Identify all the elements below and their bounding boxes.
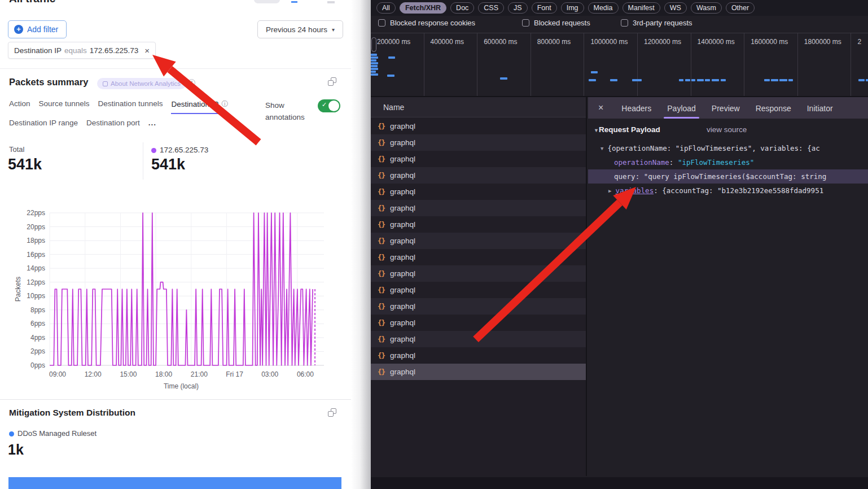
packets-timeseries-chart[interactable]: 0pps2pps4pps6pps8pps10pps12pps14pps16pps… (8, 204, 344, 393)
filter-pill-img[interactable]: Img (561, 2, 584, 14)
mitigation-value: 1k (8, 442, 24, 458)
request-time-mark (371, 65, 378, 67)
toggle-knob (328, 101, 339, 111)
request-name-label: graphql (390, 155, 415, 163)
collapse-triangle-icon: ▼ (594, 128, 599, 133)
request-row-graphql[interactable]: {}graphql (371, 200, 586, 216)
request-payload-header[interactable]: ▼Request Payload (594, 125, 660, 134)
request-row-graphql[interactable]: {}graphql (371, 167, 586, 184)
checkbox-blocked-requests[interactable] (522, 19, 529, 27)
request-name-label: graphql (390, 368, 415, 376)
payload-line[interactable]: query: "query ipFlowTimeseries($accountT… (588, 169, 868, 184)
json-fetch-icon: {} (378, 302, 385, 311)
request-row-graphql[interactable]: {}graphql (371, 282, 586, 298)
request-time-mark (779, 79, 787, 81)
about-badge-label: About Network Analytics (111, 80, 181, 87)
payload-line[interactable]: operationName: "ipFlowTimeseries" (588, 155, 868, 169)
request-row-graphql[interactable]: {}graphql (371, 216, 586, 233)
request-row-graphql[interactable]: {}graphql (371, 315, 586, 331)
filter-pill-css[interactable]: CSS (478, 2, 504, 14)
details-tab-preview[interactable]: Preview (704, 99, 748, 117)
name-column-header[interactable]: Name (371, 97, 586, 117)
tab-label: Destination port (86, 119, 140, 127)
request-time-mark (371, 68, 378, 70)
copy-panel-icon[interactable] (328, 408, 336, 417)
request-row-graphql[interactable]: {}graphql (371, 184, 586, 200)
request-name-label: graphql (390, 302, 415, 311)
filter-pill-font[interactable]: Font (532, 2, 557, 14)
tab-action[interactable]: Action (9, 99, 30, 112)
filter-pill-manifest[interactable]: Manifest (622, 2, 660, 14)
filter-pill-media[interactable]: Media (588, 2, 619, 14)
show-annotations-toggle[interactable]: ✓ (318, 99, 340, 112)
tab-more-options[interactable]: ... (148, 119, 156, 131)
filter-pill-js[interactable]: JS (508, 2, 528, 14)
payload-line[interactable]: ▼{operationName: "ipFlowTimeseries", var… (588, 141, 868, 155)
collapsed-triangle-icon[interactable]: ▶ (608, 188, 611, 194)
filter-pill-fetchxhr[interactable]: Fetch/XHR (400, 2, 446, 14)
request-time-mark (371, 54, 377, 56)
details-tab-label: Headers (621, 104, 651, 113)
request-row-graphql[interactable]: {}graphql (371, 249, 586, 265)
checkbox-item-2: 3rd-party requests (621, 19, 692, 27)
remove-filter-icon[interactable]: × (144, 46, 150, 55)
history-clock-icon[interactable] (188, 79, 195, 86)
tab-destination-ip[interactable]: Destination IPⓘ (171, 99, 228, 114)
filter-pill-other[interactable]: Other (726, 2, 755, 14)
page-title: All traffic (9, 0, 55, 5)
timeline-drag-handle[interactable] (371, 37, 376, 52)
copy-panel-icon[interactable] (328, 77, 336, 86)
time-range-dropdown[interactable]: Previous 24 hours ▾ (257, 20, 343, 38)
filter-field: Destination IP (14, 46, 62, 55)
filter-pill-wasm[interactable]: Wasm (691, 2, 722, 14)
details-tab-strip: ×HeadersPayloadPreviewResponseInitiator (588, 97, 868, 119)
request-time-mark (764, 79, 770, 81)
checkbox-3rd-party-requests[interactable] (621, 19, 628, 27)
request-row-graphql[interactable]: {}graphql (371, 347, 586, 364)
request-type-filter-bar: AllFetch/XHRDocCSSJSFontImgMediaManifest… (371, 0, 868, 16)
request-row-graphql[interactable]: {}graphql (371, 298, 586, 315)
network-overview-timeline[interactable]: 200000 ms400000 ms600000 ms800000 ms1000… (371, 33, 868, 96)
info-icon[interactable]: ⓘ (221, 99, 228, 109)
payload-line[interactable]: ▶variables: {accountTag: "b12e3b2192ee55… (588, 184, 868, 198)
request-row-graphql[interactable]: {}graphql (371, 118, 586, 134)
filter-pill-all[interactable]: All (376, 2, 396, 14)
request-row-graphql[interactable]: {}graphql (371, 233, 586, 249)
details-tab-response[interactable]: Response (748, 99, 799, 117)
request-name-label: graphql (390, 253, 415, 261)
details-tab-headers[interactable]: Headers (613, 99, 659, 117)
tab-source-tunnels[interactable]: Source tunnels (39, 99, 90, 112)
request-row-graphql[interactable]: {}graphql (371, 134, 586, 151)
tab-destination-ip-range[interactable]: Destination IP range (9, 119, 78, 131)
payload-segment-key: operationName (614, 158, 669, 167)
filter-pill-doc[interactable]: Doc (450, 2, 474, 14)
request-row-graphql[interactable]: {}graphql (371, 331, 586, 347)
timeline-gridline (424, 33, 424, 96)
about-network-analytics-badge[interactable]: About Network Analytics (97, 78, 186, 89)
request-name-label: graphql (390, 286, 415, 294)
details-tab-payload[interactable]: Payload (659, 99, 704, 117)
timeline-tick-label: 1200000 ms (644, 38, 681, 46)
request-row-graphql[interactable]: {}graphql (371, 364, 586, 380)
request-row-graphql[interactable]: {}graphql (371, 151, 586, 167)
request-name-label: graphql (390, 351, 415, 360)
filter-chip[interactable]: Destination IP equals 172.65.225.73 × (8, 42, 156, 59)
tab-destination-port[interactable]: Destination port (86, 119, 140, 131)
mitigation-bar[interactable] (8, 477, 341, 489)
timeline-gridline (797, 33, 798, 96)
json-fetch-icon: {} (378, 122, 385, 130)
close-details-icon[interactable]: × (598, 103, 603, 113)
expanded-triangle-icon[interactable]: ▼ (600, 146, 603, 151)
tab-label: Destination IP range (9, 119, 78, 127)
view-source-link[interactable]: view source (707, 125, 747, 134)
check-icon: ✓ (322, 101, 327, 108)
checkbox-blocked-response-cookies[interactable] (378, 19, 385, 27)
timeline-gridline (531, 33, 531, 96)
checkbox-item-0: Blocked response cookies (378, 19, 475, 27)
request-row-graphql[interactable]: {}graphql (371, 265, 586, 282)
details-tab-initiator[interactable]: Initiator (799, 99, 841, 117)
svg-text:0pps: 0pps (30, 361, 45, 369)
filter-pill-ws[interactable]: WS (664, 2, 687, 14)
tab-destination-tunnels[interactable]: Destination tunnels (98, 99, 163, 112)
add-filter-button[interactable]: + Add filter (8, 20, 67, 38)
